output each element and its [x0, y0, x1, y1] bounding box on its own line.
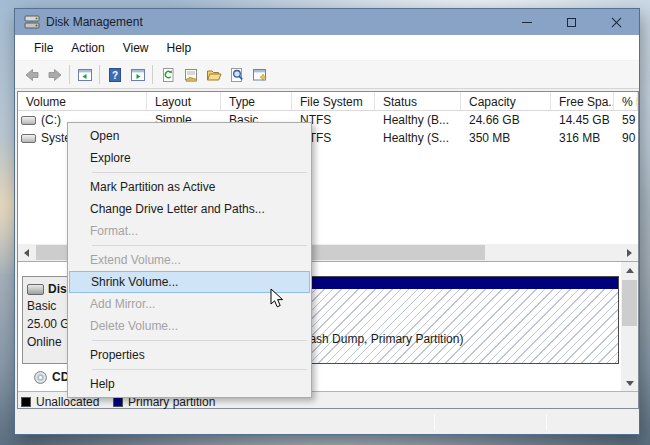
column-header-percent-free[interactable]: % F	[614, 92, 638, 110]
forward-button[interactable]	[43, 63, 66, 86]
volume-list-header: Volume Layout Type File System Status Ca…	[18, 92, 638, 111]
unallocated-swatch	[21, 397, 31, 407]
volume-free-space: 316 MB	[551, 131, 614, 145]
refresh-button[interactable]	[156, 63, 179, 86]
back-icon	[24, 67, 40, 83]
status-bar	[17, 411, 639, 434]
open-folder-button[interactable]	[202, 63, 225, 86]
context-menu-item-mark-partition-active[interactable]: Mark Partition as Active	[68, 176, 311, 198]
scroll-left-icon	[24, 249, 29, 257]
console-options-icon	[252, 67, 268, 83]
menu-view[interactable]: View	[114, 37, 158, 59]
context-menu-item-format: Format...	[68, 220, 311, 242]
scroll-right-button[interactable]	[621, 244, 638, 261]
context-menu-item-delete-volume: Delete Volume...	[68, 315, 311, 337]
menu-help[interactable]: Help	[158, 37, 201, 59]
maximize-button[interactable]	[549, 9, 594, 35]
open-folder-icon	[206, 67, 222, 83]
column-header-capacity[interactable]: Capacity	[461, 92, 551, 110]
hard-disk-icon	[27, 284, 44, 295]
toolbar-separator	[99, 65, 100, 84]
help-icon: ?	[107, 67, 123, 83]
status-bar-divider	[546, 414, 547, 430]
volume-capacity: 24.66 GB	[461, 113, 551, 127]
help-button[interactable]: ?	[103, 63, 126, 86]
volume-percent-free: 59	[614, 113, 638, 127]
context-menu-separator	[92, 369, 307, 370]
scroll-left-button[interactable]	[18, 244, 35, 261]
close-icon	[611, 17, 622, 28]
context-menu-item-change-drive-letter[interactable]: Change Drive Letter and Paths...	[68, 198, 311, 220]
context-menu-separator	[92, 340, 307, 341]
drive-icon	[21, 134, 36, 143]
show-action-pane-icon	[130, 67, 146, 83]
minimize-button[interactable]	[504, 9, 549, 35]
scroll-down-button[interactable]	[621, 375, 638, 392]
column-header-volume[interactable]: Volume	[18, 92, 147, 110]
menu-action[interactable]: Action	[62, 37, 113, 59]
context-menu-separator	[92, 245, 307, 246]
minimize-icon	[522, 22, 532, 23]
scroll-up-icon	[626, 268, 634, 273]
vertical-scrollbar-thumb[interactable]	[622, 280, 637, 326]
volume-percent-free: 90	[614, 131, 638, 145]
console-options-button[interactable]	[248, 63, 271, 86]
column-header-status[interactable]: Status	[375, 92, 461, 110]
menu-bar: File Action View Help	[15, 35, 639, 61]
find-button[interactable]	[225, 63, 248, 86]
column-header-free-space[interactable]: Free Spa...	[551, 92, 614, 110]
volume-status: Healthy (B...	[375, 113, 461, 127]
context-menu-item-properties[interactable]: Properties	[68, 344, 311, 366]
find-icon	[229, 67, 245, 83]
show-action-pane-button[interactable]	[126, 63, 149, 86]
context-menu-item-help[interactable]: Help	[68, 373, 311, 395]
show-console-tree-icon	[77, 67, 93, 83]
column-header-layout[interactable]: Layout	[147, 92, 221, 110]
window-title: Disk Management	[46, 15, 143, 29]
toolbar: ?	[15, 61, 639, 89]
volume-context-menu: Open Explore Mark Partition as Active Ch…	[67, 122, 312, 398]
disk-management-app-icon	[24, 15, 40, 29]
column-header-file-system[interactable]: File System	[292, 92, 375, 110]
close-button[interactable]	[594, 9, 639, 35]
vertical-scrollbar[interactable]	[621, 262, 638, 392]
menu-file[interactable]: File	[25, 37, 62, 59]
desktop: { "window": { "title": "Disk Management"…	[0, 0, 650, 445]
volume-free-space: 14.45 GB	[551, 113, 614, 127]
status-bar-divider	[434, 414, 435, 430]
drive-icon	[21, 116, 36, 125]
properties-icon	[183, 67, 199, 83]
toolbar-separator	[69, 65, 70, 84]
back-button[interactable]	[20, 63, 43, 86]
volume-status: Healthy (S...	[375, 131, 461, 145]
cdrom-icon	[34, 371, 47, 384]
scroll-down-icon	[626, 381, 634, 386]
column-header-type[interactable]: Type	[221, 92, 292, 110]
refresh-icon	[160, 67, 176, 83]
scroll-right-icon	[627, 249, 632, 257]
mouse-cursor	[270, 288, 285, 309]
maximize-icon	[567, 18, 576, 27]
scroll-up-button[interactable]	[621, 262, 638, 279]
primary-partition-swatch	[113, 397, 123, 407]
volume-name: (C:)	[41, 113, 61, 127]
context-menu-item-extend-volume: Extend Volume...	[68, 249, 311, 271]
svg-text:?: ?	[111, 69, 117, 80]
title-bar[interactable]: Disk Management	[15, 9, 639, 35]
forward-icon	[47, 67, 63, 83]
volume-capacity: 350 MB	[461, 131, 551, 145]
properties-button[interactable]	[179, 63, 202, 86]
context-menu-item-explore[interactable]: Explore	[68, 147, 311, 169]
toolbar-separator	[152, 65, 153, 84]
context-menu-item-open[interactable]: Open	[68, 125, 311, 147]
context-menu-separator	[92, 172, 307, 173]
show-console-tree-button[interactable]	[73, 63, 96, 86]
